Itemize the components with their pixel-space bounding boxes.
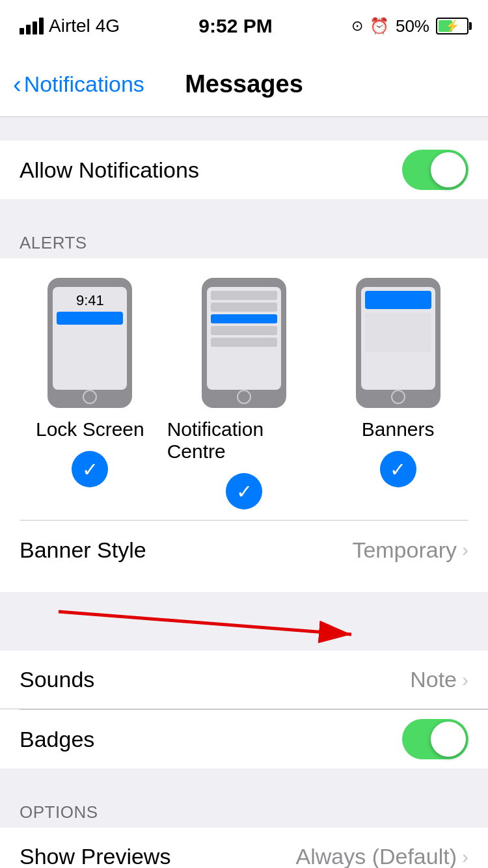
lockscreen-label: Lock Screen — [36, 418, 144, 441]
show-previews-chevron-icon: › — [462, 846, 468, 868]
alerts-row: 9:41 Lock Screen ✓ — [0, 278, 488, 509]
show-previews-label: Show Previews — [20, 844, 170, 868]
alarm-icon: ⏰ — [370, 17, 389, 35]
signal-bar-4 — [39, 18, 44, 34]
signal-bar-1 — [20, 28, 24, 34]
nc-bar-3-blue — [211, 314, 277, 323]
sounds-chevron-icon: › — [462, 669, 468, 691]
signal-bar-2 — [26, 25, 31, 34]
sounds-text: Note — [410, 667, 457, 692]
sounds-value: Note › — [410, 667, 468, 692]
page-title: Messages — [185, 70, 303, 98]
allow-notifications-row: Allow Notifications — [0, 141, 488, 199]
lockscreen-phone-mockup: 9:41 — [47, 278, 132, 408]
signal-icon — [20, 18, 44, 34]
lockscreen-screen: 9:41 — [53, 287, 127, 390]
top-spacer — [0, 117, 488, 141]
alerts-spacer — [0, 199, 488, 223]
banners-phone-mockup — [356, 278, 441, 408]
battery-bolt-icon: ⚡ — [445, 19, 459, 33]
chevron-left-icon: ‹ — [13, 72, 21, 97]
banner-style-text: Temporary — [352, 537, 457, 563]
banners-label: Banners — [362, 418, 435, 441]
notifcentre-bars — [207, 287, 281, 347]
sounds-badges-card: Sounds Note › Badges — [0, 651, 488, 768]
allow-notifications-label: Allow Notifications — [20, 157, 199, 183]
show-previews-value: Always (Default) › — [295, 844, 468, 868]
lockscreen-notification-bar — [57, 312, 123, 325]
banner-top-bar — [365, 291, 431, 309]
back-label: Notifications — [24, 72, 144, 97]
sounds-row[interactable]: Sounds Note › — [0, 651, 488, 709]
red-arrow-annotation — [52, 599, 377, 644]
carrier-label: Airtel — [49, 16, 90, 36]
allow-notifications-toggle[interactable] — [402, 150, 468, 190]
battery-percent: 50% — [396, 16, 429, 36]
phone-home-button — [83, 390, 97, 404]
show-previews-text: Always (Default) — [295, 844, 457, 868]
banner-style-value: Temporary › — [352, 537, 468, 563]
badges-label: Badges — [20, 727, 94, 752]
badges-row: Badges — [0, 710, 488, 768]
notifcentre-phone-mockup — [202, 278, 286, 408]
lockscreen-checkmark: ✓ — [72, 451, 108, 487]
arrow-spacer — [0, 592, 488, 651]
banner-style-label: Banner Style — [20, 537, 146, 563]
sounds-label: Sounds — [20, 667, 94, 692]
nc-bar-4 — [211, 326, 277, 335]
banners-checkmark: ✓ — [380, 451, 416, 487]
nc-bar-5 — [211, 338, 277, 347]
alerts-card: 9:41 Lock Screen ✓ — [0, 258, 488, 592]
nc-bar-1 — [211, 291, 277, 300]
banners-screen — [361, 287, 435, 390]
status-bar: Airtel 4G 9:52 PM ⊙ ⏰ 50% ⚡ — [0, 0, 488, 52]
banner-style-row[interactable]: Banner Style Temporary › — [0, 521, 488, 579]
signal-bar-3 — [33, 21, 37, 34]
badges-toggle[interactable] — [402, 719, 468, 759]
alerts-section-header: ALERTS — [0, 223, 488, 258]
status-left: Airtel 4G — [20, 16, 120, 36]
battery-icon: ⚡ — [436, 18, 468, 34]
alert-item-notifcentre[interactable]: Notification Centre ✓ — [167, 278, 321, 509]
toggle-thumb — [431, 152, 466, 187]
status-right: ⊙ ⏰ 50% ⚡ — [351, 16, 468, 36]
options-card: Show Previews Always (Default) › Notific… — [0, 828, 488, 868]
allow-notifications-card: Allow Notifications — [0, 141, 488, 199]
notifcentre-label: Notification Centre — [167, 418, 321, 463]
banner-body — [365, 313, 431, 352]
alert-item-lockscreen[interactable]: 9:41 Lock Screen ✓ — [13, 278, 167, 487]
badges-toggle-thumb — [431, 722, 466, 757]
network-label: 4G — [96, 16, 120, 36]
svg-line-1 — [59, 612, 351, 634]
location-icon: ⊙ — [351, 18, 363, 34]
back-button[interactable]: ‹ Notifications — [13, 72, 144, 97]
navigation-bar: ‹ Notifications Messages — [0, 52, 488, 117]
time-label: 9:52 PM — [198, 15, 272, 37]
notifcentre-checkmark: ✓ — [226, 473, 262, 509]
options-section-header: OPTIONS — [0, 792, 488, 828]
banner-style-chevron-icon: › — [462, 539, 468, 561]
phone-home-button-2 — [237, 390, 251, 404]
alert-item-banners[interactable]: Banners ✓ — [321, 278, 475, 487]
options-spacer — [0, 768, 488, 792]
show-previews-row[interactable]: Show Previews Always (Default) › — [0, 828, 488, 868]
nc-bar-2 — [211, 303, 277, 312]
notifcentre-screen — [207, 287, 281, 390]
lockscreen-time: 9:41 — [53, 287, 127, 309]
phone-home-button-3 — [391, 390, 405, 404]
